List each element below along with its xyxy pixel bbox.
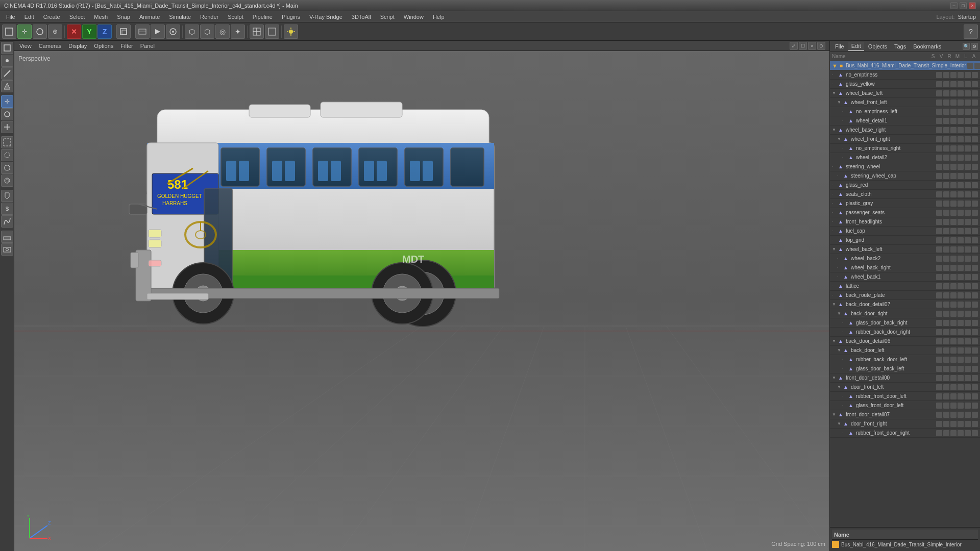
rp-search-icon[interactable]: 🔍 bbox=[963, 43, 970, 50]
tool-view1[interactable] bbox=[250, 24, 264, 39]
viewport-canvas[interactable]: Perspective bbox=[14, 51, 829, 551]
left-tool-object[interactable] bbox=[1, 42, 13, 54]
left-tool-select2[interactable] bbox=[1, 149, 13, 161]
menu-mesh[interactable]: Mesh bbox=[90, 13, 112, 21]
left-tool-edge[interactable] bbox=[1, 67, 13, 80]
rp-filter-icon[interactable]: ⚙ bbox=[971, 43, 978, 50]
axis-x-btn[interactable]: ✕ bbox=[67, 24, 81, 39]
viewport-maximize-icon[interactable]: ☐ bbox=[799, 42, 807, 50]
tree-item[interactable]: ▼ ▲ door_front_right bbox=[830, 419, 980, 429]
tool-model[interactable] bbox=[2, 24, 16, 39]
left-tool-rotate[interactable] bbox=[1, 108, 13, 120]
tree-item[interactable]: · ▲ steering_wheel_cap bbox=[830, 171, 980, 181]
viewport-menu-filter[interactable]: Filter bbox=[117, 42, 136, 49]
left-tool-select1[interactable] bbox=[1, 136, 13, 148]
left-tool-brush[interactable] bbox=[1, 174, 13, 187]
tree-item[interactable]: ▼ ▲ back_door_detail07 bbox=[830, 300, 980, 309]
viewport-settings-icon[interactable]: ⊙ bbox=[817, 42, 825, 50]
tool-extra4[interactable]: ✦ bbox=[231, 24, 245, 39]
minimize-button[interactable]: – bbox=[950, 2, 958, 9]
tool-anim2[interactable] bbox=[151, 24, 165, 39]
tree-item[interactable]: · ▲ no_emptiness_left bbox=[830, 107, 980, 116]
rp-tab-file[interactable]: File bbox=[832, 42, 847, 51]
tree-scroll[interactable]: · ▲ no_emptiness · ▲ glass_yellow bbox=[830, 70, 980, 527]
tree-item[interactable]: · ▲ top_grid bbox=[830, 236, 980, 245]
tree-item[interactable]: · ▲ glass_yellow bbox=[830, 80, 980, 89]
tool-light[interactable] bbox=[284, 24, 298, 39]
menu-script[interactable]: Script bbox=[376, 13, 399, 21]
tool-view2[interactable] bbox=[265, 24, 279, 39]
tree-root-item[interactable]: ▼ ■ Bus_Nabi_416_Miami_Dade_Transit_Simp… bbox=[830, 61, 980, 70]
tool-help[interactable]: ? bbox=[964, 24, 978, 39]
tree-item[interactable]: · ▲ wheel_detail2 bbox=[830, 153, 980, 162]
maximize-button[interactable]: □ bbox=[960, 2, 967, 9]
left-tool-lasso[interactable] bbox=[1, 162, 13, 174]
menu-window[interactable]: Window bbox=[400, 13, 428, 21]
tree-item[interactable]: ▼ ▲ door_front_left bbox=[830, 383, 980, 392]
tree-item[interactable]: · ▲ back_route_plate bbox=[830, 291, 980, 300]
axis-y-btn[interactable]: Y bbox=[82, 24, 96, 39]
tree-item[interactable]: · ▲ glass_red bbox=[830, 181, 980, 190]
tool-move[interactable]: ✛ bbox=[17, 24, 32, 39]
tool-rotate[interactable] bbox=[33, 24, 47, 39]
tree-item[interactable]: · ▲ rubber_front_door_left bbox=[830, 392, 980, 401]
tree-item[interactable]: ▼ ▲ front_door_detail00 bbox=[830, 373, 980, 383]
tree-item[interactable]: ▼ ▲ back_door_detail06 bbox=[830, 337, 980, 346]
axis-z-btn[interactable]: Z bbox=[97, 24, 112, 39]
tool-extra2[interactable]: ⬡ bbox=[200, 24, 214, 39]
tree-item[interactable]: · ▲ rubber_back_door_right bbox=[830, 328, 980, 337]
left-tool-point[interactable] bbox=[1, 55, 13, 67]
tree-item[interactable]: ▼ ▲ wheel_base_left bbox=[830, 89, 980, 98]
menu-pipeline[interactable]: Pipeline bbox=[249, 13, 277, 21]
left-tool-magnet[interactable]: $ bbox=[1, 203, 13, 215]
menu-plugins[interactable]: Plugins bbox=[278, 13, 304, 21]
tree-item[interactable]: · ▲ lattice bbox=[830, 282, 980, 291]
menu-snap[interactable]: Snap bbox=[113, 13, 134, 21]
rp-tab-objects[interactable]: Objects bbox=[865, 42, 890, 51]
tool-extra3[interactable]: ◎ bbox=[215, 24, 230, 39]
left-tool-camera[interactable] bbox=[1, 243, 13, 256]
rp-tab-tags[interactable]: Tags bbox=[891, 42, 909, 51]
tree-item[interactable]: · ▲ fuel_cap bbox=[830, 227, 980, 236]
menu-sculpt[interactable]: Sculpt bbox=[224, 13, 248, 21]
tree-item[interactable]: · ▲ rubber_front_door_right bbox=[830, 429, 980, 438]
tool-anim1[interactable] bbox=[135, 24, 150, 39]
close-button[interactable]: × bbox=[969, 2, 976, 9]
tree-item[interactable]: · ▲ glass_door_back_left bbox=[830, 364, 980, 373]
menu-simulate[interactable]: Simulate bbox=[165, 13, 195, 21]
menu-render[interactable]: Render bbox=[196, 13, 223, 21]
menu-select[interactable]: Select bbox=[65, 13, 89, 21]
tree-item[interactable]: ▼ ▲ wheel_front_right bbox=[830, 135, 980, 144]
tree-item[interactable]: ▼ ▲ back_door_right bbox=[830, 309, 980, 318]
tree-item[interactable]: · ▲ no_emptiness_right bbox=[830, 144, 980, 153]
viewport-expand-icon[interactable]: ⤢ bbox=[790, 42, 798, 50]
tree-item[interactable]: · ▲ rubber_back_door_left bbox=[830, 355, 980, 364]
left-tool-floor[interactable] bbox=[1, 231, 13, 243]
left-tool-move[interactable]: ✛ bbox=[1, 95, 13, 108]
left-tool-paint[interactable] bbox=[1, 190, 13, 202]
menu-animate[interactable]: Animate bbox=[135, 13, 164, 21]
left-tool-scale[interactable] bbox=[1, 121, 13, 133]
menu-vray[interactable]: V-Ray Bridge bbox=[305, 13, 347, 21]
viewport-menu-display[interactable]: Display bbox=[65, 42, 90, 49]
menu-file[interactable]: File bbox=[2, 13, 19, 21]
tool-scale[interactable]: ⊕ bbox=[48, 24, 62, 39]
menu-create[interactable]: Create bbox=[39, 13, 64, 21]
tree-item[interactable]: · ▲ steering_wheel bbox=[830, 162, 980, 171]
tree-item[interactable]: ▼ ▲ wheel_front_left bbox=[830, 98, 980, 107]
tool-anim3[interactable] bbox=[166, 24, 180, 39]
tree-item[interactable]: · ▲ wheel_detail1 bbox=[830, 116, 980, 126]
tree-item[interactable]: ▼ ▲ wheel_base_right bbox=[830, 126, 980, 135]
menu-help[interactable]: Help bbox=[429, 13, 449, 21]
tree-item[interactable]: · ▲ wheel_back1 bbox=[830, 272, 980, 282]
tree-item[interactable]: · ▲ glass_door_back_right bbox=[830, 318, 980, 328]
tree-item[interactable]: ▼ ▲ wheel_back_left bbox=[830, 245, 980, 254]
viewport-menu-panel[interactable]: Panel bbox=[137, 42, 158, 49]
tree-item[interactable]: · ▲ seats_cloth bbox=[830, 190, 980, 199]
menu-3dto[interactable]: 3DToAll bbox=[348, 13, 375, 21]
tree-item[interactable]: · ▲ wheel_back_right bbox=[830, 263, 980, 272]
menu-edit[interactable]: Edit bbox=[20, 13, 38, 21]
tree-item[interactable]: · ▲ glass_front_door_left bbox=[830, 401, 980, 410]
rp-tab-edit[interactable]: Edit bbox=[848, 42, 864, 51]
rp-tab-bookmarks[interactable]: Bookmarks bbox=[910, 42, 944, 51]
